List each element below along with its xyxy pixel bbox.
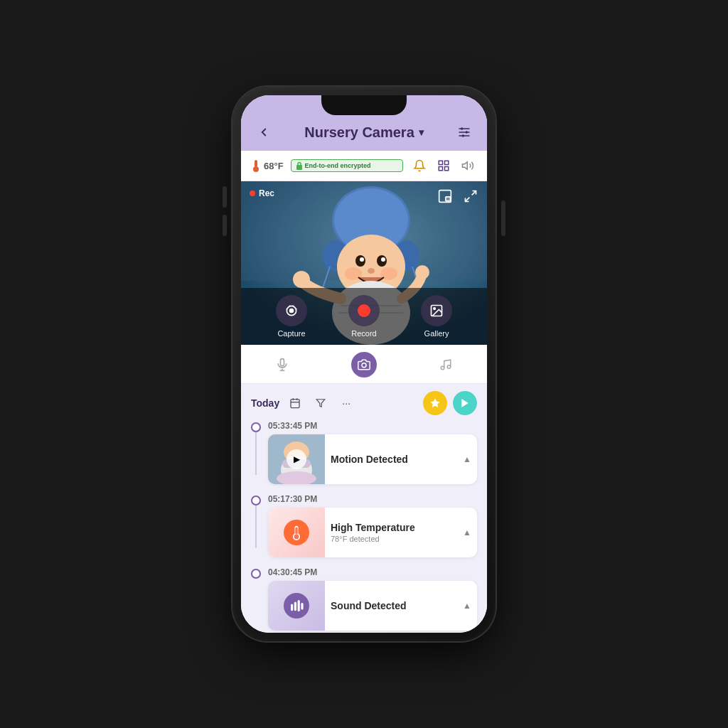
svg-rect-11 xyxy=(439,167,442,171)
rec-label: Rec xyxy=(259,188,274,198)
play-mode-button[interactable] xyxy=(453,391,477,415)
filter-icons: ··· xyxy=(285,393,356,413)
svg-rect-48 xyxy=(291,400,299,408)
phone-screen: Nursery Camera ▾ xyxy=(241,95,487,633)
gallery-label: Gallery xyxy=(424,329,449,338)
timeline-filter: Today xyxy=(251,384,477,421)
back-button[interactable] xyxy=(254,122,274,142)
bell-icon[interactable] xyxy=(410,156,429,175)
capture-label: Capture xyxy=(277,329,305,338)
svg-marker-52 xyxy=(316,400,325,407)
event-card-1[interactable]: ▶ Motion Detected ▲ xyxy=(268,434,477,484)
event-thumbnail-1: ▶ xyxy=(268,434,325,484)
svg-point-32 xyxy=(293,271,310,288)
event-content-1: 05:33:45 PM xyxy=(268,421,477,484)
svg-point-47 xyxy=(448,365,451,369)
phone-frame: Nursery Camera ▾ xyxy=(232,87,496,641)
record-label: Record xyxy=(351,329,376,338)
svg-point-3 xyxy=(461,127,463,129)
thermometer-icon xyxy=(251,159,261,172)
event-card-3[interactable]: Sound Detected ▲ xyxy=(268,581,477,631)
encrypt-text: End-to-end encrypted xyxy=(305,162,371,169)
lock-icon xyxy=(296,161,303,170)
record-button[interactable]: Record xyxy=(348,295,380,338)
svg-rect-63 xyxy=(291,604,293,611)
svg-point-33 xyxy=(415,265,429,279)
gallery-button[interactable]: Gallery xyxy=(421,295,452,338)
event-row: 05:33:45 PM xyxy=(251,421,477,484)
filter-right xyxy=(423,391,477,415)
music-tool[interactable] xyxy=(433,352,459,378)
rec-indicator xyxy=(250,191,255,196)
event-card-2[interactable]: High Temperature 78°F detected ▲ xyxy=(268,508,477,557)
svg-rect-42 xyxy=(280,359,284,366)
vol-up-button[interactable] xyxy=(223,186,227,208)
rec-badge: Rec xyxy=(250,188,274,198)
timeline-section: Today xyxy=(241,384,487,633)
camera-view: Rec xyxy=(241,181,487,345)
event-timeline-1 xyxy=(251,421,261,475)
svg-marker-13 xyxy=(463,162,468,170)
status-bar: 68°F End-to-end encrypted xyxy=(241,151,487,181)
svg-rect-10 xyxy=(445,161,449,164)
event-chevron-1[interactable]: ▲ xyxy=(457,434,477,484)
svg-rect-9 xyxy=(439,161,442,164)
svg-rect-65 xyxy=(298,600,300,611)
temperature-display: 68°F xyxy=(251,159,284,172)
event-content-3: 04:30:45 PM xyxy=(268,567,477,631)
svg-rect-64 xyxy=(294,601,296,611)
event-time-1: 05:33:45 PM xyxy=(268,421,477,431)
fullscreen-icon[interactable] xyxy=(461,187,480,205)
event-subtitle-2: 78°F detected xyxy=(331,535,451,543)
event-title-2: High Temperature xyxy=(331,522,451,533)
status-icons xyxy=(410,156,477,175)
camera-top-controls xyxy=(436,187,480,205)
timeline-line-1 xyxy=(255,432,257,475)
camera-title: Nursery Camera xyxy=(304,124,414,141)
event-title-3: Sound Detected xyxy=(331,600,451,611)
event-info-3: Sound Detected xyxy=(325,581,457,631)
svg-point-62 xyxy=(294,535,299,540)
screen-content: Nursery Camera ▾ xyxy=(241,95,487,633)
pip-icon[interactable] xyxy=(436,187,454,205)
more-filter[interactable]: ··· xyxy=(336,393,356,413)
svg-line-36 xyxy=(472,191,476,196)
event-time-2: 05:17:30 PM xyxy=(268,494,477,504)
svg-point-28 xyxy=(360,257,364,262)
event-chevron-3[interactable]: ▲ xyxy=(457,581,477,631)
event-time-3: 04:30:45 PM xyxy=(268,567,477,577)
svg-point-7 xyxy=(253,166,259,172)
power-button[interactable] xyxy=(501,200,505,236)
encrypt-badge: End-to-end encrypted xyxy=(291,159,403,172)
microphone-tool[interactable] xyxy=(269,352,295,378)
svg-point-5 xyxy=(462,134,464,136)
title-dropdown-arrow[interactable]: ▾ xyxy=(419,127,424,138)
vol-down-button[interactable] xyxy=(223,215,227,236)
svg-rect-12 xyxy=(445,167,449,171)
calendar-filter[interactable] xyxy=(285,393,305,413)
timeline-events: 05:33:45 PM xyxy=(251,421,477,633)
camera-tool[interactable] xyxy=(351,352,377,378)
svg-point-45 xyxy=(362,363,366,368)
capture-button[interactable]: Capture xyxy=(276,295,307,338)
settings-button[interactable] xyxy=(454,122,474,142)
grid-icon[interactable] xyxy=(434,156,453,175)
svg-rect-6 xyxy=(255,160,257,167)
svg-point-46 xyxy=(441,366,445,370)
header-title: Nursery Camera ▾ xyxy=(304,124,424,141)
camera-overlay-controls: Capture Record xyxy=(241,288,487,345)
funnel-filter[interactable] xyxy=(311,393,331,413)
event-timeline-2 xyxy=(251,494,261,548)
svg-point-39 xyxy=(290,309,294,313)
svg-rect-61 xyxy=(295,527,297,534)
star-mode-button[interactable] xyxy=(423,391,447,415)
volume-icon[interactable] xyxy=(459,156,477,175)
temp-value: 68°F xyxy=(264,161,284,171)
svg-point-29 xyxy=(381,257,385,262)
play-overlay-1[interactable]: ▶ xyxy=(287,449,306,469)
event-chevron-2[interactable]: ▲ xyxy=(457,508,477,557)
today-label: Today xyxy=(251,397,279,409)
event-content-2: 05:17:30 PM xyxy=(268,494,477,557)
event-timeline-3 xyxy=(251,567,261,579)
event-info-1: Motion Detected xyxy=(325,434,457,484)
